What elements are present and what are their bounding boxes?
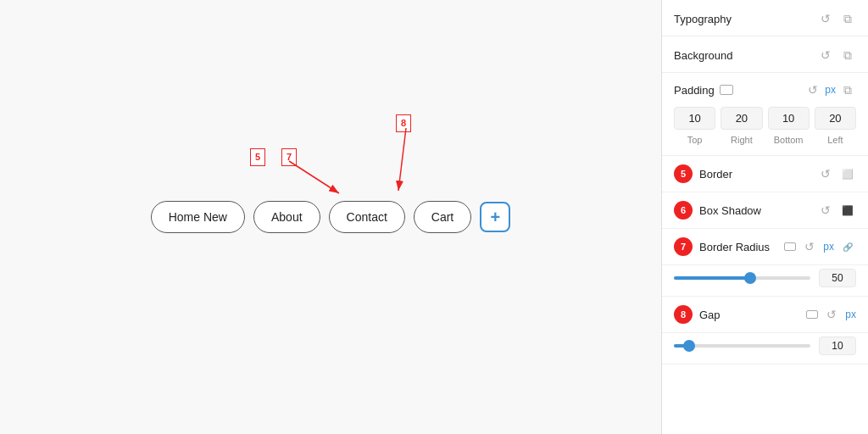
add-nav-item-button[interactable]: + (480, 202, 510, 232)
annotation-8-box: 8 (396, 114, 411, 132)
svg-line-1 (289, 161, 339, 193)
border-radius-slider-container: 50 (674, 269, 856, 287)
gap-value-input[interactable]: 10 (819, 337, 856, 355)
gap-slider-track[interactable] (674, 344, 810, 348)
box-shadow-label: Box Shadow (699, 204, 817, 217)
border-radius-link-icon[interactable] (839, 238, 856, 255)
padding-top-value[interactable]: 10 (674, 107, 715, 130)
typography-reset-icon[interactable] (817, 10, 834, 27)
border-radius-slider-row: 50 (662, 265, 868, 297)
border-radius-slider-track[interactable] (674, 276, 810, 280)
box-shadow-number-badge: 6 (674, 201, 693, 220)
typography-label: Typography (674, 13, 732, 25)
typography-copy-icon[interactable] (839, 10, 856, 27)
padding-label: Padding (674, 84, 715, 97)
gap-slider-thumb[interactable] (683, 340, 695, 352)
padding-left-value[interactable]: 20 (815, 107, 856, 130)
background-copy-icon[interactable] (839, 47, 856, 64)
gap-row: 8 Gap px (662, 297, 868, 333)
gap-label: Gap (699, 309, 803, 321)
annotation-5-box: 5 (250, 148, 265, 166)
annotation-7-box: 7 (281, 148, 297, 166)
background-icons (817, 47, 856, 64)
nav-item-cart[interactable]: Cart (414, 201, 471, 233)
box-shadow-icons (817, 202, 856, 219)
border-radius-unit[interactable]: px (823, 241, 834, 253)
background-section-header: Background (662, 36, 868, 73)
background-label: Background (674, 49, 732, 62)
border-radius-reset-icon[interactable] (801, 238, 818, 255)
border-icons (817, 165, 856, 182)
nav-item-about[interactable]: About (253, 201, 320, 233)
border-number-badge: 5 (674, 164, 693, 183)
border-radius-label: Border Radius (699, 241, 781, 253)
border-radius-slider-thumb[interactable] (744, 272, 756, 284)
padding-dir-left: Left (815, 135, 856, 145)
border-radius-device-icon (784, 242, 796, 251)
padding-controls: px (804, 81, 856, 98)
border-label: Border (699, 168, 817, 181)
gap-slider-container: 10 (674, 337, 856, 355)
gap-icons: px (823, 306, 856, 323)
padding-unit[interactable]: px (825, 84, 836, 96)
padding-dir-bottom: Bottom (768, 135, 810, 145)
border-radius-value-input[interactable]: 50 (819, 269, 856, 287)
border-reset-icon[interactable] (817, 165, 834, 182)
border-radius-slider-fill (674, 276, 750, 280)
border-copy-icon[interactable] (839, 165, 856, 182)
padding-header: Padding px (674, 81, 856, 98)
nav-item-contact[interactable]: Contact (329, 201, 405, 233)
gap-number-badge: 8 (674, 305, 693, 324)
border-radius-row: 7 Border Radius px (662, 229, 868, 265)
typography-icons (817, 10, 856, 27)
right-panel: Typography Background Padding px 10 (661, 0, 868, 434)
padding-reset-icon[interactable] (804, 81, 821, 98)
nav-preview: Home New About Contact Cart + (151, 201, 511, 233)
border-radius-number-badge: 7 (674, 237, 693, 256)
typography-section-header: Typography (662, 0, 868, 36)
padding-right-value[interactable]: 20 (721, 107, 762, 130)
gap-device-icon (806, 310, 818, 319)
padding-grid: 10 20 10 20 (674, 107, 856, 130)
border-radius-icons: px (801, 238, 856, 255)
box-shadow-copy-icon[interactable] (839, 202, 856, 219)
padding-dir-right: Right (721, 135, 762, 145)
box-shadow-reset-icon[interactable] (817, 202, 834, 219)
padding-label-row: Padding (674, 84, 733, 97)
border-row: 5 Border (662, 156, 868, 192)
nav-item-home[interactable]: Home New (151, 201, 245, 233)
gap-reset-icon[interactable] (823, 306, 840, 323)
padding-device-icon (720, 85, 733, 95)
padding-dir-top: Top (674, 135, 715, 145)
svg-line-2 (398, 128, 406, 191)
padding-bottom-value[interactable]: 10 (768, 107, 810, 130)
gap-slider-row: 10 (662, 333, 868, 364)
gap-unit[interactable]: px (845, 309, 856, 320)
canvas-area: 5 7 8 Home New About Contact Cart (0, 0, 661, 434)
padding-copy-icon[interactable] (839, 81, 856, 98)
padding-section: Padding px 10 20 10 20 Top Right Bottom … (662, 73, 868, 156)
padding-direction-labels: Top Right Bottom Left (674, 135, 856, 145)
box-shadow-row: 6 Box Shadow (662, 192, 868, 229)
background-reset-icon[interactable] (817, 47, 834, 64)
